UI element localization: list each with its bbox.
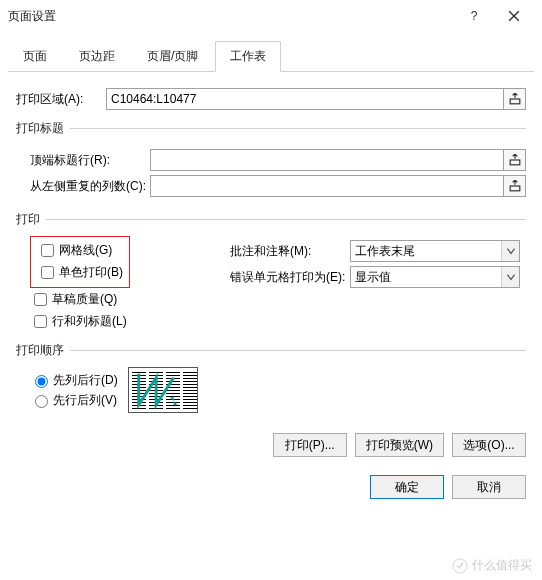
tab-headerfooter[interactable]: 页眉/页脚 <box>132 41 213 72</box>
left-cols-label: 从左侧重复的列数(C): <box>30 178 150 195</box>
options-button[interactable]: 选项(O)... <box>452 433 526 457</box>
tab-bar: 页面 页边距 页眉/页脚 工作表 <box>8 40 534 72</box>
print-area-input[interactable] <box>106 88 504 110</box>
collapse-icon <box>509 180 521 192</box>
ok-button[interactable]: 确定 <box>370 475 444 499</box>
print-area-ref-button[interactable] <box>504 88 526 110</box>
print-legend: 打印 <box>16 211 46 228</box>
errors-label: 错误单元格打印为(E): <box>230 269 350 286</box>
cancel-button[interactable]: 取消 <box>452 475 526 499</box>
print-order-legend: 打印顺序 <box>16 342 70 359</box>
blackwhite-checkbox[interactable]: 单色打印(B) <box>37 261 123 283</box>
svg-point-3 <box>453 559 467 573</box>
svg-rect-2 <box>510 186 520 191</box>
thumb-icon <box>452 558 468 574</box>
errors-value: 显示值 <box>355 269 391 286</box>
tab-content: 打印区域(A): 打印标题 顶端标题行(R): 从左侧重复的列数(C): 打印 <box>0 72 542 425</box>
highlight-box: 网格线(G) 单色打印(B) <box>30 236 130 288</box>
top-rows-input[interactable] <box>150 149 504 171</box>
print-titles-legend: 打印标题 <box>16 120 70 137</box>
draft-checkbox[interactable]: 草稿质量(Q) <box>30 288 230 310</box>
comments-label: 批注和注释(M): <box>230 243 350 260</box>
close-button[interactable] <box>494 0 534 32</box>
tab-sheet[interactable]: 工作表 <box>215 41 281 72</box>
print-button[interactable]: 打印(P)... <box>273 433 347 457</box>
gridlines-checkbox[interactable]: 网格线(G) <box>37 239 123 261</box>
comments-value: 工作表末尾 <box>355 243 415 260</box>
action-row: 打印(P)... 打印预览(W) 选项(O)... <box>0 425 542 465</box>
window-title: 页面设置 <box>8 8 454 25</box>
tab-page[interactable]: 页面 <box>8 41 62 72</box>
print-order-preview <box>128 367 198 413</box>
collapse-icon <box>509 154 521 166</box>
left-cols-input[interactable] <box>150 175 504 197</box>
rowcol-headings-checkbox[interactable]: 行和列标题(L) <box>30 310 230 332</box>
help-button[interactable]: ? <box>454 0 494 32</box>
print-titles-group: 打印标题 顶端标题行(R): 从左侧重复的列数(C): <box>16 120 526 201</box>
top-rows-ref-button[interactable] <box>504 149 526 171</box>
preview-button[interactable]: 打印预览(W) <box>355 433 444 457</box>
print-group: 打印 网格线(G) 单色打印(B) 草稿质量(Q) 行和列标题(L) 批注和注释… <box>16 211 526 332</box>
left-cols-ref-button[interactable] <box>504 175 526 197</box>
collapse-icon <box>509 93 521 105</box>
tab-margins[interactable]: 页边距 <box>64 41 130 72</box>
dialog-footer: 确定 取消 <box>0 465 542 513</box>
over-down-radio[interactable]: 先行后列(V) <box>30 390 118 410</box>
watermark: 什么值得买 <box>452 557 532 574</box>
title-bar: 页面设置 ? <box>0 0 542 32</box>
down-over-radio[interactable]: 先列后行(D) <box>30 370 118 390</box>
chevron-down-icon <box>501 241 519 261</box>
close-icon <box>508 10 520 22</box>
svg-rect-1 <box>510 160 520 165</box>
chevron-down-icon <box>501 267 519 287</box>
errors-combo[interactable]: 显示值 <box>350 266 520 288</box>
svg-rect-0 <box>510 99 520 104</box>
top-rows-label: 顶端标题行(R): <box>30 152 150 169</box>
print-area-row: 打印区域(A): <box>16 88 526 110</box>
print-area-label: 打印区域(A): <box>16 91 106 108</box>
print-order-group: 打印顺序 先列后行(D) 先行后列(V) <box>16 342 526 413</box>
comments-combo[interactable]: 工作表末尾 <box>350 240 520 262</box>
question-icon: ? <box>471 9 478 23</box>
